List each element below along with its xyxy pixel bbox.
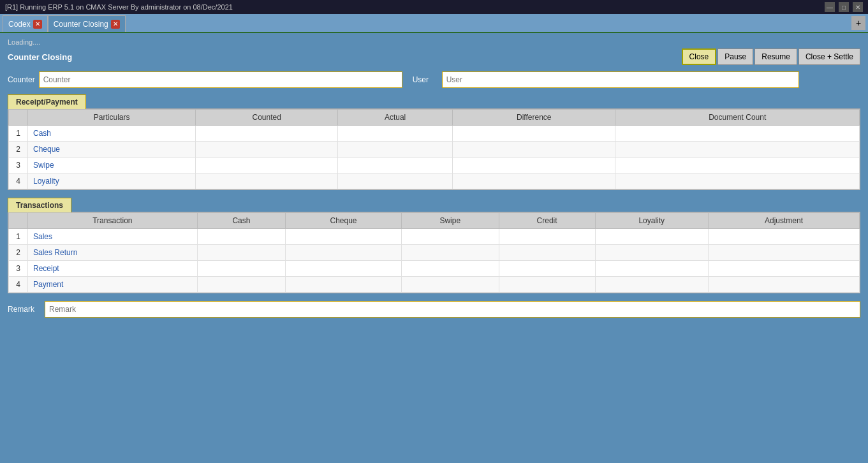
close-button[interactable]: Close bbox=[682, 48, 717, 65]
tx-row1-name: Sales bbox=[28, 229, 198, 245]
rp-row2-actual bbox=[338, 142, 453, 158]
rp-col-checkbox bbox=[9, 110, 28, 126]
table-row: 3 Swipe bbox=[9, 158, 860, 173]
maximize-button[interactable]: □ bbox=[839, 2, 849, 12]
rp-row2-difference bbox=[453, 142, 615, 158]
tx-col-transaction: Transaction bbox=[28, 213, 198, 229]
close-settle-button[interactable]: Close + Settle bbox=[798, 48, 860, 65]
tx-row1-credit bbox=[499, 229, 595, 245]
tx-col-adjustment: Adjustment bbox=[708, 213, 859, 229]
window-close-button[interactable]: ✕ bbox=[853, 2, 863, 12]
tx-row4-loyality bbox=[595, 277, 708, 293]
tx-row4-credit bbox=[499, 277, 595, 293]
tx-col-checkbox bbox=[9, 213, 28, 229]
transactions-tab[interactable]: Transactions bbox=[8, 198, 71, 212]
counter-field-group: Counter bbox=[8, 71, 402, 88]
tab-bar: Codex ✕ Counter Closing ✕ + bbox=[0, 14, 868, 33]
counter-label: Counter bbox=[8, 75, 35, 84]
tx-row3-loyality bbox=[595, 261, 708, 277]
tab-codex[interactable]: Codex ✕ bbox=[3, 15, 48, 32]
tab-codex-close[interactable]: ✕ bbox=[33, 20, 42, 29]
transactions-table-wrapper: Transaction Cash Cheque Swipe Credit Loy… bbox=[8, 212, 860, 293]
rp-row1-counted bbox=[196, 126, 338, 142]
remark-row: Remark bbox=[8, 301, 860, 318]
tx-row2-credit bbox=[499, 245, 595, 261]
tx-col-swipe: Swipe bbox=[401, 213, 499, 229]
main-content: Loading.... Counter Closing Close Pause … bbox=[0, 33, 868, 463]
rp-row2-doccount bbox=[615, 142, 860, 158]
rp-row4-actual bbox=[338, 173, 453, 189]
add-tab-button[interactable]: + bbox=[851, 16, 865, 30]
counter-input[interactable] bbox=[39, 71, 402, 88]
tab-counter-closing[interactable]: Counter Closing ✕ bbox=[48, 15, 126, 32]
table-row: 4 Payment bbox=[9, 277, 860, 293]
rp-row2-num: 2 bbox=[9, 142, 28, 158]
rp-row3-doccount bbox=[615, 158, 860, 173]
tx-row3-credit bbox=[499, 261, 595, 277]
table-row: 2 Sales Return bbox=[9, 245, 860, 261]
receipt-payment-tab[interactable]: Receipt/Payment bbox=[8, 94, 86, 109]
pause-button[interactable]: Pause bbox=[717, 48, 753, 65]
receipt-payment-section: Receipt/Payment Particulars Counted Actu… bbox=[8, 94, 860, 190]
tx-row3-adjustment bbox=[708, 261, 859, 277]
table-row: 3 Receipt bbox=[9, 261, 860, 277]
receipt-payment-table-wrapper: Particulars Counted Actual Difference Do… bbox=[8, 108, 860, 190]
tx-row1-adjustment bbox=[708, 229, 859, 245]
rp-row1-actual bbox=[338, 126, 453, 142]
tab-counter-closing-label: Counter Closing bbox=[54, 20, 108, 29]
page-title: Counter Closing bbox=[8, 52, 72, 62]
table-row: 1 Cash bbox=[9, 126, 860, 142]
rp-row3-num: 3 bbox=[9, 158, 28, 173]
tx-row4-adjustment bbox=[708, 277, 859, 293]
tx-row1-num: 1 bbox=[9, 229, 28, 245]
tx-col-loyality: Loyality bbox=[595, 213, 708, 229]
tx-row1-cash bbox=[197, 229, 285, 245]
tx-row1-loyality bbox=[595, 229, 708, 245]
tx-row2-swipe bbox=[401, 245, 499, 261]
rp-row4-name: Loyality bbox=[28, 173, 196, 189]
tx-col-cash: Cash bbox=[197, 213, 285, 229]
tx-row4-swipe bbox=[401, 277, 499, 293]
tx-row3-swipe bbox=[401, 261, 499, 277]
transactions-table: Transaction Cash Cheque Swipe Credit Loy… bbox=[8, 212, 860, 293]
table-row: 2 Cheque bbox=[9, 142, 860, 158]
tx-row3-name: Receipt bbox=[28, 261, 198, 277]
rp-row3-difference bbox=[453, 158, 615, 173]
rp-col-particulars: Particulars bbox=[28, 110, 196, 126]
header-row: Counter Closing Close Pause Resume Close… bbox=[8, 48, 860, 65]
receipt-payment-table: Particulars Counted Actual Difference Do… bbox=[8, 109, 860, 189]
tx-col-credit: Credit bbox=[499, 213, 595, 229]
remark-input[interactable] bbox=[45, 301, 860, 318]
resume-button[interactable]: Resume bbox=[754, 48, 797, 65]
tx-row3-num: 3 bbox=[9, 261, 28, 277]
rp-row4-difference bbox=[453, 173, 615, 189]
tx-row2-adjustment bbox=[708, 245, 859, 261]
tab-codex-label: Codex bbox=[8, 20, 31, 29]
counter-user-row: Counter User bbox=[8, 71, 860, 88]
tab-counter-closing-close[interactable]: ✕ bbox=[111, 20, 120, 29]
rp-row3-counted bbox=[196, 158, 338, 173]
tx-row3-cheque bbox=[286, 261, 402, 277]
rp-row1-difference bbox=[453, 126, 615, 142]
window-controls: — □ ✕ bbox=[825, 2, 863, 12]
tx-row4-num: 4 bbox=[9, 277, 28, 293]
rp-col-difference: Difference bbox=[453, 110, 615, 126]
remark-label: Remark bbox=[8, 305, 40, 314]
table-row: 1 Sales bbox=[9, 229, 860, 245]
tx-row3-cash bbox=[197, 261, 285, 277]
minimize-button[interactable]: — bbox=[825, 2, 835, 12]
tx-row4-cash bbox=[197, 277, 285, 293]
tx-row2-loyality bbox=[595, 245, 708, 261]
rp-row1-name: Cash bbox=[28, 126, 196, 142]
rp-row3-name: Swipe bbox=[28, 158, 196, 173]
rp-row2-counted bbox=[196, 142, 338, 158]
loading-text: Loading.... bbox=[8, 38, 860, 46]
title-bar: [R1] Running ERP 5.1 on CMAX Server By a… bbox=[0, 0, 868, 14]
rp-row4-counted bbox=[196, 173, 338, 189]
app-title: [R1] Running ERP 5.1 on CMAX Server By a… bbox=[5, 3, 233, 11]
tx-col-cheque: Cheque bbox=[286, 213, 402, 229]
tx-row2-cash bbox=[197, 245, 285, 261]
tx-row4-name: Payment bbox=[28, 277, 198, 293]
user-input[interactable] bbox=[442, 71, 799, 88]
user-label: User bbox=[413, 75, 438, 84]
